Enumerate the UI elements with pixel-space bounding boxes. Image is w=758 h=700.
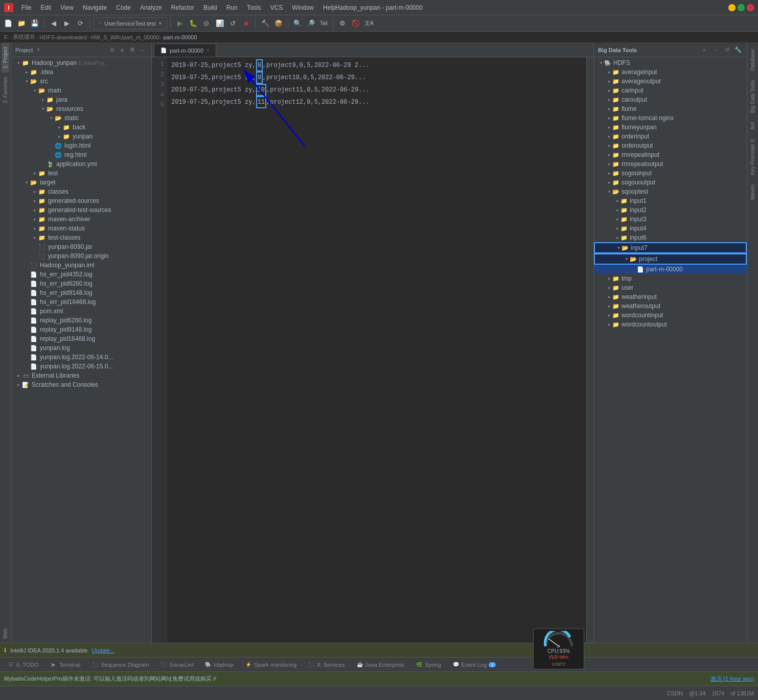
hdfs-flume[interactable]: 📁 flume xyxy=(594,104,747,113)
tree-src[interactable]: 📂 src xyxy=(11,77,151,86)
hdfs-sqooptest[interactable]: 📂 sqooptest xyxy=(594,187,747,196)
breadcrumb-system-cache[interactable]: 系统缓存 xyxy=(13,33,35,41)
run-config-selector[interactable]: ✓ UserServiceTest.test ▼ xyxy=(93,17,167,30)
minimize-button[interactable]: ─ xyxy=(728,4,736,11)
build-button[interactable]: 🔨 xyxy=(259,17,271,30)
right-tab-ant[interactable]: Ant xyxy=(749,118,756,134)
hdfs-orderoutput[interactable]: 📁 orderoutput xyxy=(594,141,747,150)
tree-test-classes[interactable]: 📁 test-classes xyxy=(11,233,151,242)
tree-hs-4352[interactable]: 📄 hs_err_pid4352.log xyxy=(11,270,151,279)
tree-generated-sources[interactable]: 📁 generated-sources xyxy=(11,196,151,205)
bdt-remove-button[interactable]: − xyxy=(711,45,720,55)
bottom-tab-java-enterprise[interactable]: ☕ Java Enterprise xyxy=(351,660,409,669)
forward-button[interactable]: ▶ xyxy=(61,17,73,30)
tree-ext-libs[interactable]: 🗃 External Libraries xyxy=(11,371,151,380)
sidebar-hide-button[interactable]: ─ xyxy=(138,45,147,55)
hdfs-wordcountoutput[interactable]: 📁 wordcountoutput xyxy=(594,320,747,329)
profile-button[interactable]: 📊 xyxy=(214,17,226,30)
intellij-update-link[interactable]: Update... xyxy=(92,647,115,654)
hdfs-orderinput[interactable]: 📁 orderinput xyxy=(594,132,747,141)
breadcrumb-hw[interactable]: HW_S_WAUpart_m_00000 xyxy=(91,34,159,40)
editor-tab-active[interactable]: 📄 part-m-00000 × xyxy=(154,43,216,57)
settings-button[interactable]: ⚙ xyxy=(336,17,349,30)
tree-scratches[interactable]: 📝 Scratches and Consoles xyxy=(11,380,151,389)
tree-application-yml[interactable]: 🍃 application.yml xyxy=(11,159,151,169)
hdfs-sogououtput[interactable]: 📁 sogououtput xyxy=(594,178,747,187)
hdfs-weatherinput[interactable]: 📁 weatherinput xyxy=(594,292,747,301)
stop-all-button[interactable]: 🚫 xyxy=(350,17,362,30)
menu-code[interactable]: Code xyxy=(112,3,135,12)
right-tab-big-data[interactable]: Big Data Tools xyxy=(749,76,756,117)
hdfs-input2[interactable]: 📁 input2 xyxy=(594,205,747,215)
right-tab-database[interactable]: Database xyxy=(749,45,756,75)
hdfs-carinput[interactable]: 📁 carinput xyxy=(594,86,747,95)
tree-target[interactable]: 📂 target xyxy=(11,178,151,187)
search-everywhere-button[interactable]: 🔍 xyxy=(291,17,304,30)
bottom-tab-spark[interactable]: ⚡ Spark monitoring xyxy=(240,660,302,669)
maximize-button[interactable]: □ xyxy=(738,4,745,11)
bdt-refresh-button[interactable]: ↺ xyxy=(722,45,731,55)
tree-pom[interactable]: 📄 pom.xml xyxy=(11,307,151,316)
tree-generated-test-sources[interactable]: 📁 generated-test-sources xyxy=(11,205,151,215)
tree-replay-9148[interactable]: 📄 replay_pid9148.log xyxy=(11,325,151,334)
run-button[interactable]: ▶ xyxy=(174,17,186,30)
hdfs-user[interactable]: 📁 user xyxy=(594,283,747,292)
editor-tab-close[interactable]: × xyxy=(206,48,210,53)
run-with-coverage-button[interactable]: ⊙ xyxy=(200,17,213,30)
bottom-tab-hadoop[interactable]: 🐘 Hadoop xyxy=(199,660,239,669)
left-tab-project[interactable]: 1: Project xyxy=(2,43,9,73)
sidebar-settings-button[interactable]: ⚙ xyxy=(128,45,137,55)
tree-yunpan-static[interactable]: 📁 yunpan xyxy=(11,132,151,141)
tree-classes[interactable]: 📁 classes xyxy=(11,187,151,196)
menu-view[interactable]: View xyxy=(56,3,78,12)
close-button[interactable]: × xyxy=(747,4,754,11)
tree-resources[interactable]: 📂 resources xyxy=(11,104,151,113)
bottom-tab-sequence[interactable]: ⬛ Sequence Diagram xyxy=(86,660,154,669)
bdt-settings-button[interactable]: 🔧 xyxy=(733,45,743,55)
tree-java[interactable]: 📁 java xyxy=(11,95,151,104)
bottom-tab-sonar[interactable]: ⬛ SonarLint xyxy=(155,660,198,669)
tree-yunpan-log[interactable]: 📄 yunpan.log xyxy=(11,343,151,353)
tree-reg-html[interactable]: 🌐 reg.html xyxy=(11,150,151,159)
tree-iml[interactable]: ⬛ Hadoop_yunpan.iml xyxy=(11,261,151,270)
hdfs-input4[interactable]: 📁 input4 xyxy=(594,224,747,233)
hdfs-input7[interactable]: 📂 input7 xyxy=(594,242,747,253)
recent-button[interactable]: ⟳ xyxy=(74,17,86,30)
tree-yunpan-log-2[interactable]: 📄 yunpan.log.2022-06-15.0... xyxy=(11,362,151,371)
back-button[interactable]: ◀ xyxy=(48,17,60,30)
hdfs-caroutput[interactable]: 📁 caroutput xyxy=(594,95,747,104)
tree-test[interactable]: 📁 test xyxy=(11,169,151,178)
tree-maven-archiver[interactable]: 📁 maven-archiver xyxy=(11,215,151,224)
hdfs-sogouinput[interactable]: 📁 sogouinput xyxy=(594,169,747,178)
hdfs-input6[interactable]: 📁 input6 xyxy=(594,233,747,242)
tree-yunpan-jar[interactable]: ⬛ yunpan-8090.jar xyxy=(11,242,151,251)
tree-static[interactable]: 📂 static xyxy=(11,113,151,123)
hdfs-rmrepeatoutput[interactable]: 📁 rmrepeatoutput xyxy=(594,159,747,169)
code-lines[interactable]: 2019-07-25,project5 zy,8,project9,0,5,20… xyxy=(167,57,593,643)
new-file-button[interactable]: 📄 xyxy=(2,17,14,30)
collapse-all-button[interactable]: ≡ xyxy=(118,45,127,55)
menu-analyze[interactable]: Analyze xyxy=(136,3,166,12)
bottom-tab-todo[interactable]: ☑ 6: TODO xyxy=(2,660,44,669)
right-tab-key-promoter[interactable]: Key Promoter X xyxy=(749,135,756,179)
tail-button[interactable]: Tail xyxy=(318,17,330,30)
open-button[interactable]: 📁 xyxy=(15,17,28,30)
tree-idea[interactable]: 📁 .idea xyxy=(11,67,151,77)
tree-hs-9148[interactable]: 📄 hs_err_pid9148.log xyxy=(11,288,151,297)
right-tab-maven[interactable]: Maven xyxy=(749,180,756,204)
locate-button[interactable]: ⊙ xyxy=(107,45,117,55)
tree-root[interactable]: 📁 Hadoop_yunpan E:\IdeaProj... xyxy=(11,58,151,67)
hdfs-averageoutput[interactable]: 📁 averageoutput xyxy=(594,77,747,86)
tree-login-html[interactable]: 🌐 login.html xyxy=(11,141,151,150)
menu-vcs[interactable]: VCS xyxy=(266,3,287,12)
bottom-tab-event-log[interactable]: 💬 Event Log 1 xyxy=(447,660,501,669)
csdn-status[interactable]: CSDN xyxy=(667,690,683,696)
menu-tools[interactable]: Tools xyxy=(243,3,265,12)
tree-yunpan-jar-origin[interactable]: ⬛ yunpan-8090.jar.origin xyxy=(11,251,151,261)
hdfs-flumeyunpan[interactable]: 📁 flumeyunpan xyxy=(594,123,747,132)
reload-button[interactable]: ↺ xyxy=(227,17,239,30)
breadcrumb-hdfs[interactable]: HDFS-downloaded xyxy=(39,34,87,40)
tree-back[interactable]: 📁 back xyxy=(11,123,151,132)
bottom-tab-spring[interactable]: 🌿 Spring xyxy=(410,660,446,669)
find-usages-button[interactable]: 🔎 xyxy=(305,17,317,30)
